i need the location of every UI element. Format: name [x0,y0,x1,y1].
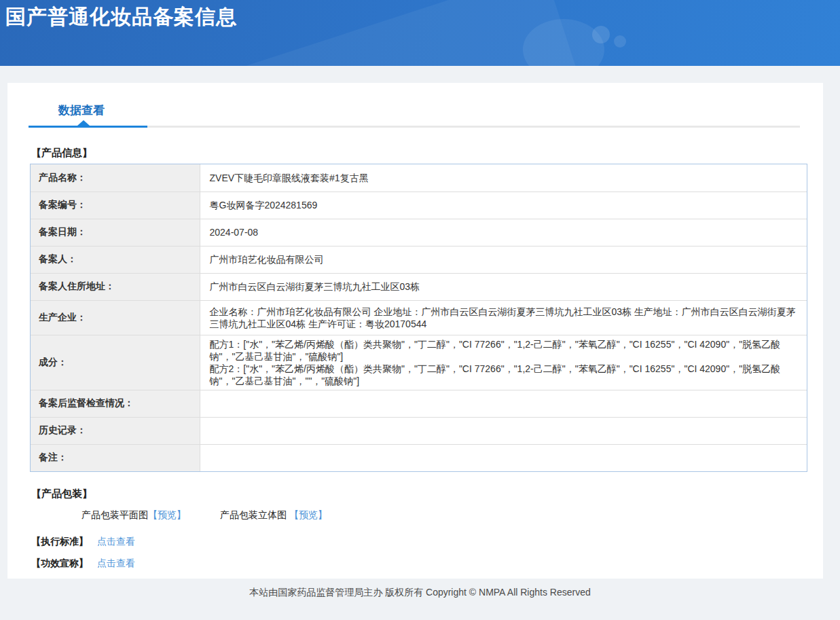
tab-active-arrow-icon [77,120,90,126]
row-label: 成分： [31,335,200,390]
section-product-packaging-title: 【产品包装】 [31,488,807,500]
tab-data-view[interactable]: 数据查看 [58,103,105,118]
tab-active-indicator [29,126,147,128]
table-row: 备案后监督检查情况： [31,390,807,417]
packaging-flat-preview-link[interactable]: 【预览】 [148,509,186,520]
tab-bar: 数据查看 [7,83,823,118]
section-product-info-title: 【产品信息】 [31,147,807,160]
footer-copyright: 本站由国家药品监督管理局主办 版权所有 Copyright © NMPA All… [249,587,590,598]
row-label: 产品名称： [31,164,200,192]
table-row: 产品名称： ZVEV下睫毛印章眼线液套装#1复古黑 [31,164,807,192]
execution-standard-view-link[interactable]: 点击查看 [97,536,135,547]
execution-standard-row: 【执行标准】点击查看 [31,536,807,548]
page-header: 国产普通化妆品备案信息 [0,0,840,66]
efficacy-claim-row: 【功效宣称】点击查看 [31,558,807,570]
row-value [200,417,807,444]
packaging-stereo-label: 产品包装立体图 [220,509,287,520]
row-value: 粤G妆网备字2024281569 [200,192,807,219]
row-value: 广州市白云区白云湖街夏茅三博坑九社工业区03栋 [200,273,807,300]
row-value: 企业名称：广州市珀艺化妆品有限公司 企业地址：广州市白云区白云湖街夏茅三博坑九社… [200,300,807,335]
table-row: 备案人住所地址： 广州市白云区白云湖街夏茅三博坑九社工业区03栋 [31,273,807,300]
row-label: 备注： [31,444,200,471]
row-value: 配方1：["水"，"苯乙烯/丙烯酸（酯）类共聚物"，"丁二醇"，"CI 7726… [200,335,807,390]
tab-underline [29,126,800,128]
row-label: 备案后监督检查情况： [31,390,200,417]
efficacy-claim-view-link[interactable]: 点击查看 [97,558,135,568]
table-row: 备案编号： 粤G妆网备字2024281569 [31,192,807,219]
content-card: 数据查看 【产品信息】 产品名称： ZVEV下睫毛印章眼线液套装#1复古黑 备案… [7,83,823,579]
row-label: 备案人住所地址： [31,273,200,300]
table-row: 成分： 配方1：["水"，"苯乙烯/丙烯酸（酯）类共聚物"，"丁二醇"，"CI … [31,335,807,390]
row-label: 备案人： [31,246,200,273]
page-title: 国产普通化妆品备案信息 [0,0,840,31]
packaging-flat-label: 产品包装平面图 [81,509,148,520]
packaging-stereo-preview-link[interactable]: 【预览】 [289,509,327,520]
row-label: 备案日期： [31,219,200,246]
footer: 本站由国家药品监督管理局主办 版权所有 Copyright © NMPA All… [0,579,840,599]
section-efficacy-claim-title: 【功效宣称】 [31,558,88,568]
row-value: 2024-07-08 [200,219,807,246]
table-row: 生产企业： 企业名称：广州市珀艺化妆品有限公司 企业地址：广州市白云区白云湖街夏… [31,300,807,335]
table-row: 历史记录： [31,417,807,444]
row-label: 生产企业： [31,300,200,335]
table-row: 备注： [31,444,807,471]
section-execution-standard-title: 【执行标准】 [31,536,88,547]
header-decor-circle [614,35,626,48]
row-label: 历史记录： [31,417,200,444]
row-value [200,390,807,417]
packaging-links-row: 产品包装平面图【预览】产品包装立体图 【预览】 [81,509,807,522]
table-row: 备案日期： 2024-07-08 [31,219,807,246]
formula-line-1: 配方1：["水"，"苯乙烯/丙烯酸（酯）类共聚物"，"丁二醇"，"CI 7726… [210,338,798,363]
row-value [200,444,807,471]
table-row: 备案人： 广州市珀艺化妆品有限公司 [31,246,807,273]
main-content: 【产品信息】 产品名称： ZVEV下睫毛印章眼线液套装#1复古黑 备案编号： 粤… [7,147,823,570]
row-value: ZVEV下睫毛印章眼线液套装#1复古黑 [200,164,807,192]
row-label: 备案编号： [31,192,200,219]
row-value: 广州市珀艺化妆品有限公司 [200,246,807,273]
formula-line-2: 配方2：["水"，"苯乙烯/丙烯酸（酯）类共聚物"，"丁二醇"，"CI 7726… [210,363,798,387]
product-info-table: 产品名称： ZVEV下睫毛印章眼线液套装#1复古黑 备案编号： 粤G妆网备字20… [30,164,807,472]
